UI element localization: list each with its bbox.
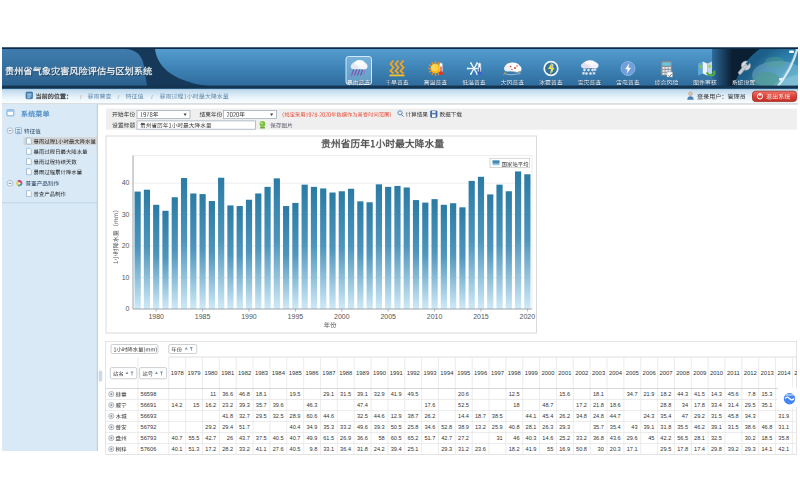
svg-text:1982: 1982 — [238, 370, 251, 376]
svg-text:1999: 1999 — [525, 370, 538, 376]
svg-text:2013: 2013 — [761, 370, 775, 376]
svg-text:2007: 2007 — [659, 370, 672, 376]
svg-text:26.9: 26.9 — [340, 435, 351, 441]
svg-text:28.9: 28.9 — [290, 413, 301, 419]
svg-text:2012: 2012 — [744, 370, 757, 376]
svg-text:31.4: 31.4 — [728, 402, 739, 408]
svg-text:17.2: 17.2 — [576, 402, 587, 408]
svg-text:41.8: 41.8 — [222, 413, 233, 419]
svg-text:31.8: 31.8 — [357, 446, 368, 452]
svg-text:33.1: 33.1 — [323, 446, 334, 452]
svg-text:34: 34 — [682, 402, 688, 408]
svg-text:24.8: 24.8 — [593, 413, 604, 419]
svg-text:29.2: 29.2 — [205, 424, 216, 430]
svg-text:2015: 2015 — [794, 370, 800, 376]
svg-text:40.7: 40.7 — [290, 435, 301, 441]
svg-text:40.1: 40.1 — [172, 446, 183, 452]
svg-text:39.4: 39.4 — [391, 446, 402, 452]
svg-text:2000: 2000 — [334, 313, 350, 320]
svg-text:44.1: 44.1 — [526, 413, 537, 419]
svg-text:24.3: 24.3 — [644, 413, 655, 419]
svg-text:2008: 2008 — [676, 370, 690, 376]
svg-text:29.8: 29.8 — [711, 446, 722, 452]
svg-text:55: 55 — [547, 446, 553, 452]
svg-text:31.5: 31.5 — [728, 424, 739, 430]
svg-text:2006: 2006 — [643, 370, 657, 376]
svg-text:17.4: 17.4 — [694, 446, 705, 452]
svg-text:1997: 1997 — [491, 370, 504, 376]
svg-text:1995: 1995 — [457, 370, 471, 376]
svg-text:45.6: 45.6 — [728, 391, 739, 397]
svg-text:1995: 1995 — [288, 313, 304, 320]
svg-text:21.9: 21.9 — [644, 391, 655, 397]
svg-text:29.3: 29.3 — [745, 446, 756, 452]
svg-text:41.9: 41.9 — [526, 446, 537, 452]
svg-text:1992: 1992 — [407, 370, 420, 376]
svg-text:45.4: 45.4 — [542, 413, 553, 419]
svg-text:44.6: 44.6 — [374, 413, 385, 419]
svg-text:65.2: 65.2 — [408, 435, 419, 441]
svg-text:28.1: 28.1 — [526, 424, 537, 430]
svg-text:48.7: 48.7 — [542, 402, 553, 408]
svg-text:30: 30 — [122, 211, 130, 218]
svg-text:27.2: 27.2 — [458, 435, 469, 441]
svg-text:29.4: 29.4 — [222, 424, 233, 430]
svg-text:42.7: 42.7 — [441, 435, 452, 441]
svg-text:2010: 2010 — [427, 313, 443, 320]
svg-text:14.6: 14.6 — [542, 435, 553, 441]
svg-text:18.1: 18.1 — [593, 391, 604, 397]
svg-text:2020: 2020 — [520, 313, 536, 320]
svg-text:34.3: 34.3 — [745, 413, 756, 419]
svg-text:46.3: 46.3 — [306, 402, 317, 408]
svg-text:2002: 2002 — [575, 370, 588, 376]
svg-text:45.8: 45.8 — [728, 413, 739, 419]
svg-text:9.8: 9.8 — [310, 446, 318, 452]
svg-text:34.8: 34.8 — [576, 413, 587, 419]
svg-text:1990: 1990 — [241, 313, 257, 320]
svg-text:20.6: 20.6 — [458, 391, 469, 397]
svg-text:29.5: 29.5 — [660, 446, 671, 452]
svg-text:31: 31 — [496, 435, 502, 441]
svg-text:1981: 1981 — [221, 370, 234, 376]
svg-text:25.8: 25.8 — [408, 424, 419, 430]
svg-text:18.5: 18.5 — [761, 435, 772, 441]
svg-text:61.5: 61.5 — [323, 435, 334, 441]
svg-text:33.2: 33.2 — [239, 446, 250, 452]
svg-text:31.8: 31.8 — [660, 424, 671, 430]
svg-text:14.2: 14.2 — [172, 402, 183, 408]
svg-text:1987: 1987 — [322, 370, 335, 376]
svg-text:46.8: 46.8 — [239, 391, 250, 397]
svg-text:44.7: 44.7 — [610, 413, 621, 419]
svg-text:34.7: 34.7 — [627, 391, 638, 397]
svg-text:30.2: 30.2 — [745, 435, 756, 441]
svg-text:33.2: 33.2 — [576, 435, 587, 441]
svg-text:34.6: 34.6 — [424, 424, 435, 430]
svg-text:2000: 2000 — [541, 370, 555, 376]
svg-text:47: 47 — [682, 413, 688, 419]
svg-text:1989: 1989 — [356, 370, 369, 376]
svg-text:2001: 2001 — [558, 370, 571, 376]
svg-text:40.4: 40.4 — [290, 424, 301, 430]
svg-text:23.6: 23.6 — [475, 446, 486, 452]
svg-text:45: 45 — [648, 435, 654, 441]
svg-text:2005: 2005 — [380, 313, 396, 320]
svg-text:1980: 1980 — [148, 313, 164, 320]
svg-text:49.6: 49.6 — [357, 424, 368, 430]
svg-text:7.8: 7.8 — [748, 391, 756, 397]
svg-text:2014: 2014 — [777, 370, 791, 376]
svg-text:35.7: 35.7 — [256, 402, 267, 408]
svg-text:28.8: 28.8 — [660, 402, 671, 408]
svg-text:32.5: 32.5 — [273, 413, 284, 419]
svg-text:25.2: 25.2 — [559, 435, 570, 441]
svg-text:23.2: 23.2 — [222, 402, 233, 408]
svg-text:56691: 56691 — [141, 402, 157, 408]
svg-text:57606: 57606 — [141, 446, 157, 452]
svg-text:31.9: 31.9 — [778, 413, 789, 419]
svg-text:33.4: 33.4 — [711, 402, 722, 408]
svg-text:46.2: 46.2 — [694, 424, 705, 430]
svg-text:20: 20 — [122, 242, 130, 249]
svg-text:40.7: 40.7 — [172, 435, 183, 441]
svg-text:29.6: 29.6 — [627, 435, 638, 441]
svg-text:29.3: 29.3 — [441, 446, 452, 452]
svg-text:12.5: 12.5 — [509, 391, 520, 397]
